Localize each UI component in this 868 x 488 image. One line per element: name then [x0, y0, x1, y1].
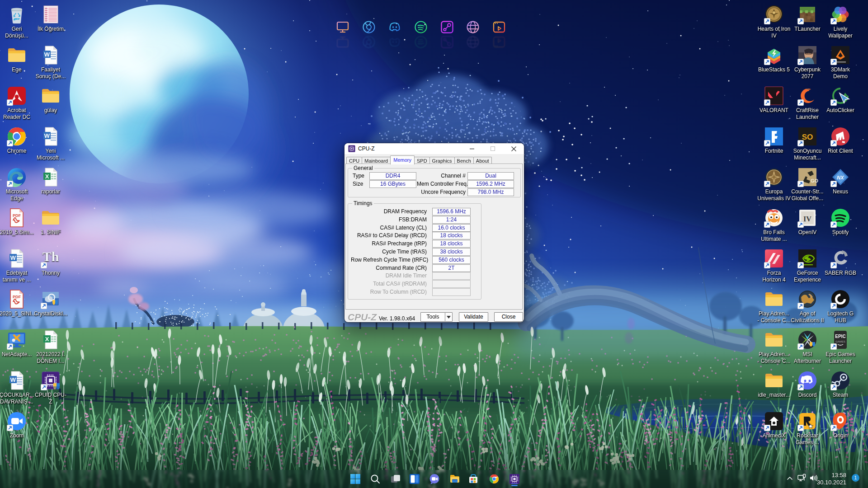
svg-text:NX: NX: [837, 175, 844, 180]
svg-text:W: W: [10, 376, 16, 383]
svg-text:X: X: [45, 336, 49, 343]
svg-text:EPIC: EPIC: [835, 334, 845, 339]
svg-text:IV: IV: [803, 215, 811, 223]
svg-text:W: W: [44, 51, 50, 58]
svg-text:W: W: [44, 132, 50, 139]
svg-text:GO: GO: [811, 178, 818, 183]
svg-text:W: W: [10, 254, 16, 261]
svg-text:GAMES: GAMES: [835, 340, 845, 343]
svg-text:PDF: PDF: [13, 213, 21, 218]
svg-text:X: X: [45, 173, 49, 180]
svg-text:PDF: PDF: [13, 295, 21, 299]
